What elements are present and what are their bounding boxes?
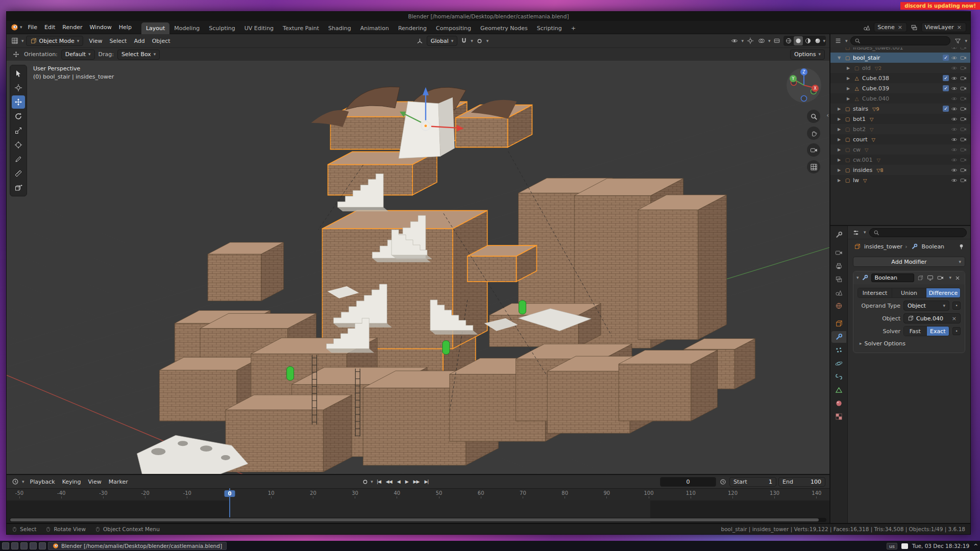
- operand-type-dropdown[interactable]: Object ▾: [903, 300, 949, 311]
- frame-start-field[interactable]: Start 1: [729, 477, 776, 487]
- playhead-frame-badge[interactable]: 0: [225, 490, 235, 497]
- taskbar-app-icon[interactable]: [2, 542, 9, 549]
- playback-button[interactable]: ▶|: [422, 478, 431, 485]
- workspace-tab[interactable]: Rendering: [394, 22, 431, 34]
- notification-toast[interactable]: discord is updating now!: [900, 2, 980, 10]
- disable-render-icon[interactable]: [960, 136, 967, 143]
- outliner-row[interactable]: ▶ ▢ stairs ▽9 ✓: [830, 104, 970, 114]
- tab-physics[interactable]: [831, 358, 846, 369]
- chevron-down-icon[interactable]: ▾: [486, 39, 489, 43]
- outliner-row[interactable]: ▶ △ Cube.039 ✓: [830, 83, 970, 93]
- mode-dropdown[interactable]: Object Mode ▾: [26, 36, 84, 46]
- tab-particles[interactable]: [831, 344, 846, 356]
- breadcrumb-modifier[interactable]: Boolean: [922, 243, 945, 250]
- tab-tool[interactable]: [831, 229, 846, 241]
- outliner-row[interactable]: ▶ △ Cube.040: [830, 93, 970, 104]
- annotate-tool-button[interactable]: [12, 153, 25, 166]
- solver-options-section[interactable]: ▸ Solver Options: [857, 339, 961, 348]
- chevron-down-icon[interactable]: ▾: [823, 39, 825, 43]
- disable-render-icon[interactable]: [960, 126, 967, 133]
- item-label[interactable]: bool_stair: [853, 55, 880, 61]
- properties-editor-icon[interactable]: [851, 228, 861, 237]
- chevron-down-icon[interactable]: ▾: [768, 39, 771, 43]
- 3d-viewport[interactable]: User Perspective (0) bool_stair | inside…: [7, 61, 829, 474]
- disclosure-icon[interactable]: ▶: [847, 66, 852, 70]
- disclosure-icon[interactable]: ▶: [838, 127, 843, 132]
- chevron-down-icon[interactable]: ▾: [741, 39, 744, 43]
- exclude-checkbox[interactable]: ✓: [943, 106, 949, 112]
- hide-viewport-icon[interactable]: [950, 167, 958, 173]
- outliner-row[interactable]: ▢ insides_tower.001: [830, 47, 970, 53]
- tab-object[interactable]: [831, 318, 846, 330]
- add-modifier-button[interactable]: Add Modifier ▾: [853, 257, 965, 267]
- disable-render-icon[interactable]: [960, 65, 967, 71]
- disable-render-icon[interactable]: [960, 55, 967, 61]
- editor-type-icon[interactable]: [10, 36, 19, 45]
- disclosure-icon[interactable]: ▶: [838, 137, 843, 142]
- outliner-row[interactable]: ▶ △ Cube.038 ✓: [830, 73, 970, 83]
- window-titlebar[interactable]: Blender [/home/amalie/Desktop/blender/ca…: [7, 12, 970, 21]
- taskbar-app-icon[interactable]: [11, 542, 18, 549]
- tab-render[interactable]: [831, 247, 846, 259]
- item-label[interactable]: stairs: [853, 106, 868, 112]
- chevron-down-icon[interactable]: ▾: [371, 480, 373, 484]
- item-label[interactable]: cw: [853, 146, 861, 153]
- viewport-menu-item[interactable]: Object: [149, 36, 174, 46]
- viewport-navigation-gizmo[interactable]: Z Y X: [785, 65, 823, 104]
- tab-view-layer[interactable]: [831, 273, 846, 285]
- shading-material-icon[interactable]: [803, 36, 813, 45]
- object-visibility-icon[interactable]: [730, 36, 739, 45]
- exclude-checkbox[interactable]: ✓: [943, 75, 949, 81]
- modifier-name-field[interactable]: Boolean: [871, 273, 914, 282]
- playback-button[interactable]: ▶▶: [411, 478, 422, 485]
- viewlayer-selector[interactable]: ViewLayer×: [921, 22, 966, 32]
- hide-viewport-icon[interactable]: [950, 136, 958, 143]
- workspace-tab[interactable]: +: [567, 22, 580, 34]
- tab-texture[interactable]: [831, 411, 846, 422]
- hide-viewport-icon[interactable]: [950, 85, 958, 92]
- options-dropdown[interactable]: Options ▾: [790, 49, 825, 60]
- rotate-tool-button[interactable]: [12, 110, 25, 123]
- keyboard-layout-indicator[interactable]: us: [887, 543, 897, 549]
- current-frame-field[interactable]: 0: [660, 477, 716, 487]
- viewport-menu-item[interactable]: Add: [130, 36, 148, 46]
- outliner-editor-icon[interactable]: [834, 36, 843, 45]
- add-cube-tool-button[interactable]: [12, 181, 25, 194]
- disclosure-icon[interactable]: ▶: [838, 107, 843, 111]
- solver-button[interactable]: Fast: [904, 327, 927, 336]
- item-label[interactable]: court: [853, 136, 868, 143]
- disable-render-icon[interactable]: [960, 95, 967, 102]
- cursor-tool-button[interactable]: [12, 81, 25, 94]
- close-icon[interactable]: ×: [897, 24, 903, 31]
- tray-status-icon[interactable]: [901, 543, 908, 549]
- outliner-row[interactable]: ▶ ▢ lw ▽: [830, 175, 970, 185]
- transform-orientation-dropdown[interactable]: Global ▾: [427, 36, 458, 46]
- chevron-down-icon[interactable]: ▾: [471, 39, 473, 43]
- hide-viewport-icon[interactable]: [950, 157, 958, 163]
- timeline-menu-item[interactable]: Keying: [59, 477, 85, 487]
- orientation-setting-dropdown[interactable]: Default ▾: [61, 49, 95, 60]
- outliner-search-input[interactable]: [850, 36, 951, 45]
- workspace-tab[interactable]: Sculpting: [204, 22, 239, 34]
- transform-tool-button[interactable]: [12, 138, 25, 152]
- item-label[interactable]: Cube.040: [862, 95, 889, 102]
- disclosure-icon[interactable]: ▶: [838, 168, 843, 172]
- pan-hand-icon[interactable]: [807, 127, 820, 140]
- hide-viewport-icon[interactable]: [950, 106, 958, 112]
- taskbar-app-icon[interactable]: [20, 542, 28, 549]
- hide-viewport-icon[interactable]: [950, 47, 958, 51]
- workspace-tab[interactable]: Shading: [324, 22, 356, 34]
- scrollbar-thumb[interactable]: [10, 518, 819, 521]
- disclosure-icon[interactable]: ▶: [838, 147, 843, 152]
- use-preview-range-icon[interactable]: [718, 477, 727, 486]
- scene-selector[interactable]: Scene×: [874, 22, 907, 32]
- ortho-toggle-icon[interactable]: [807, 160, 820, 173]
- hide-viewport-icon[interactable]: [950, 116, 958, 122]
- tweak-tool-button[interactable]: [12, 67, 25, 80]
- drag-setting-dropdown[interactable]: Select Box ▾: [117, 49, 160, 60]
- measure-tool-button[interactable]: [12, 167, 25, 180]
- hide-viewport-icon[interactable]: [950, 75, 958, 82]
- breadcrumb-object[interactable]: insides_tower: [864, 243, 902, 250]
- exclude-checkbox[interactable]: ✓: [943, 55, 949, 61]
- playback-button[interactable]: ◀: [395, 478, 403, 485]
